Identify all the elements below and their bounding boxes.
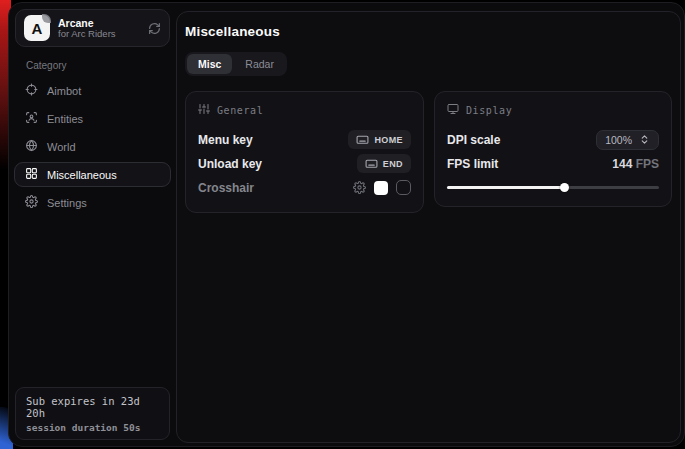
fps-limit-label: FPS limit xyxy=(447,157,498,171)
chevrons-up-down-icon xyxy=(639,134,650,145)
sidebar-item-miscellaneous[interactable]: Miscellaneous xyxy=(14,162,171,187)
gear-icon xyxy=(25,195,38,210)
globe-icon xyxy=(25,139,38,154)
sliders-icon xyxy=(198,103,210,117)
display-card-header: Display xyxy=(447,103,659,117)
unload-key-row: Unload key END xyxy=(198,152,411,175)
cards-row: General Menu key HOME Unload key xyxy=(185,91,672,213)
dpi-scale-select[interactable]: 100% xyxy=(596,130,659,150)
general-card-header: General xyxy=(198,103,411,117)
keyboard-icon xyxy=(365,157,378,170)
display-card-title: Display xyxy=(466,105,512,116)
display-card: Display DPI scale 100% FPS limit 144 xyxy=(434,91,672,207)
crosshair-icon xyxy=(25,83,38,98)
sidebar-item-label: Entities xyxy=(47,113,83,125)
sidebar-item-entities[interactable]: Entities xyxy=(14,106,171,131)
fps-limit-row: FPS limit 144 FPS xyxy=(447,152,659,175)
dpi-scale-row: DPI scale 100% xyxy=(447,128,659,151)
unload-key-value: END xyxy=(383,159,403,169)
fps-limit-value: 144 FPS xyxy=(612,157,659,171)
crosshair-settings-gear-icon[interactable] xyxy=(353,181,366,194)
general-card-title: General xyxy=(217,105,263,116)
crosshair-row: Crosshair xyxy=(198,176,411,199)
unload-key-button[interactable]: END xyxy=(357,154,411,173)
page-title: Miscellaneous xyxy=(185,24,672,39)
refresh-icon[interactable] xyxy=(148,22,161,35)
menu-key-row: Menu key HOME xyxy=(198,128,411,151)
subscription-info-box: Sub expires in 23d 20h session duration … xyxy=(15,387,170,440)
tab-radar[interactable]: Radar xyxy=(234,54,285,74)
crosshair-controls xyxy=(353,180,411,195)
scan-icon xyxy=(25,111,38,126)
crosshair-label: Crosshair xyxy=(198,181,254,195)
sidebar-item-label: World xyxy=(47,141,76,153)
menu-key-button[interactable]: HOME xyxy=(348,130,411,149)
app-subtitle: for Arc Riders xyxy=(58,29,140,40)
app-name: Arcane xyxy=(58,17,140,29)
fps-slider-fill xyxy=(447,186,564,189)
dpi-scale-value: 100% xyxy=(605,134,632,146)
session-duration-text: session duration 50s xyxy=(26,422,159,433)
sub-expiry-text: Sub expires in 23d 20h xyxy=(26,395,159,419)
tab-misc[interactable]: Misc xyxy=(187,54,232,74)
menu-key-label: Menu key xyxy=(198,133,253,147)
sidebar-item-aimbot[interactable]: Aimbot xyxy=(14,78,171,103)
app-logo: A xyxy=(24,15,50,41)
monitor-icon xyxy=(447,103,459,117)
sidebar-item-world[interactable]: World xyxy=(14,134,171,159)
grid-icon xyxy=(25,167,38,182)
account-card[interactable]: A Arcane for Arc Riders xyxy=(15,9,170,47)
app-logo-letter: A xyxy=(32,20,43,37)
general-card: General Menu key HOME Unload key xyxy=(185,91,424,213)
crosshair-checkbox[interactable] xyxy=(396,180,411,195)
keyboard-icon xyxy=(356,133,369,146)
tab-bar: Misc Radar xyxy=(185,52,287,76)
fps-number: 144 xyxy=(612,157,632,171)
account-text: Arcane for Arc Riders xyxy=(58,17,140,40)
fps-unit: FPS xyxy=(636,157,659,171)
sidebar-nav: Aimbot Entities World xyxy=(9,78,176,215)
menu-key-value: HOME xyxy=(374,135,403,145)
dpi-scale-label: DPI scale xyxy=(447,133,500,147)
sidebar-item-label: Aimbot xyxy=(47,85,81,97)
app-window: A Arcane for Arc Riders Category xyxy=(8,2,685,447)
sidebar-item-label: Settings xyxy=(47,197,87,209)
sidebar: A Arcane for Arc Riders Category xyxy=(9,3,176,446)
sidebar-item-settings[interactable]: Settings xyxy=(14,190,171,215)
main-panel: Miscellaneous Misc Radar General xyxy=(176,11,681,443)
category-label: Category xyxy=(26,60,176,71)
fps-slider-thumb[interactable] xyxy=(560,183,569,192)
sidebar-item-label: Miscellaneous xyxy=(47,169,117,181)
fps-slider[interactable] xyxy=(447,181,659,193)
crosshair-color-swatch[interactable] xyxy=(374,181,388,195)
unload-key-label: Unload key xyxy=(198,157,262,171)
